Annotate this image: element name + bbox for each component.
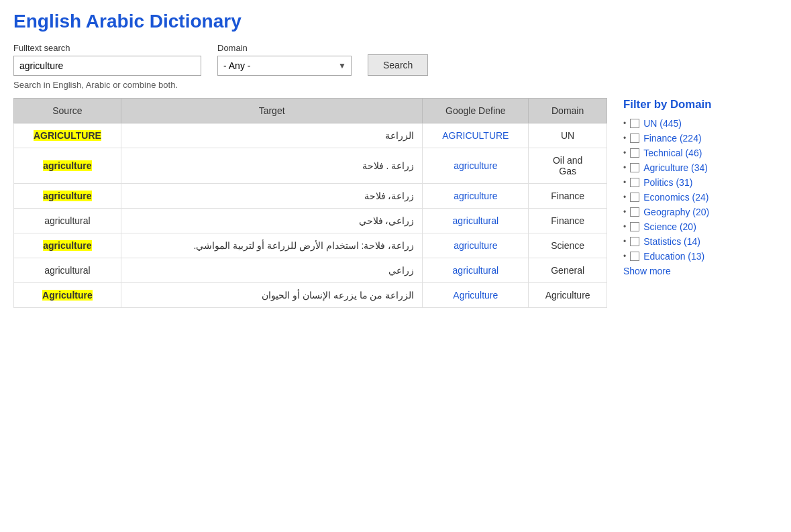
domain-cell: Oil andGas	[529, 148, 607, 184]
filter-checkbox[interactable]	[630, 207, 639, 217]
filter-checkbox[interactable]	[630, 163, 639, 172]
col-google: Google Define	[423, 99, 529, 123]
domain-cell: General	[529, 258, 607, 283]
source-cell: agriculture	[14, 184, 121, 209]
filter-item: Economics (24)	[623, 192, 778, 203]
filter-label[interactable]: Geography (20)	[643, 207, 709, 217]
google-cell[interactable]: agriculture	[423, 233, 529, 258]
domain-cell: Science	[529, 233, 607, 258]
source-cell: AGRICULTURE	[14, 123, 121, 148]
search-area: Fulltext search Domain - Any - UN Financ…	[13, 43, 778, 76]
filter-checkbox[interactable]	[630, 119, 639, 128]
source-highlighted: Agriculture	[42, 290, 93, 301]
google-cell[interactable]: agriculture	[423, 148, 529, 184]
filter-sidebar: Filter by Domain UN (445)Finance (224)Te…	[623, 98, 778, 308]
google-cell[interactable]: Agriculture	[423, 283, 529, 308]
table-row: AGRICULTUREالزراعةAGRICULTUREUN	[14, 123, 607, 148]
table-row: agricultureزراعة، فلاحة: استخدام الأرض ل…	[14, 233, 607, 258]
google-cell[interactable]: agriculture	[423, 184, 529, 209]
google-cell[interactable]: agricultural	[423, 258, 529, 283]
domain-group: Domain - Any - UN Finance Technical Agri…	[217, 43, 352, 76]
source-highlighted: agriculture	[43, 240, 91, 251]
domain-label: Domain	[217, 43, 352, 53]
fulltext-group: Fulltext search	[13, 43, 201, 76]
google-define-link[interactable]: agricultural	[453, 215, 498, 226]
table-row: Agricultureالزراعة من ما يزرعه الإنسان أ…	[14, 283, 607, 308]
filter-label[interactable]: Education (13)	[643, 251, 704, 262]
filter-title: Filter by Domain	[623, 98, 778, 111]
filter-item: Education (13)	[623, 251, 778, 262]
domain-wrapper: - Any - UN Finance Technical Agriculture…	[217, 56, 352, 76]
page-title: English Arabic Dictionary	[13, 11, 778, 32]
filter-checkbox[interactable]	[630, 134, 639, 143]
domain-cell: Agriculture	[529, 283, 607, 308]
target-cell: الزراعة من ما يزرعه الإنسان أو الحيوان	[121, 283, 423, 308]
target-cell: زراعي، فلاحي	[121, 209, 423, 233]
table-body: AGRICULTUREالزراعةAGRICULTUREUNagricultu…	[14, 123, 607, 308]
source-cell: agricultural	[14, 258, 121, 283]
filter-checkbox[interactable]	[630, 148, 639, 158]
filter-label[interactable]: UN (445)	[643, 118, 682, 129]
results-table: Source Target Google Define Domain AGRIC…	[13, 98, 607, 308]
filter-label[interactable]: Economics (24)	[643, 192, 708, 203]
fulltext-label: Fulltext search	[13, 43, 201, 53]
google-define-link[interactable]: Agriculture	[453, 290, 498, 301]
filter-item: Technical (46)	[623, 148, 778, 158]
filter-checkbox[interactable]	[630, 193, 639, 202]
table-header: Source Target Google Define Domain	[14, 99, 607, 123]
target-cell: الزراعة	[121, 123, 423, 148]
main-layout: Source Target Google Define Domain AGRIC…	[13, 98, 778, 308]
search-hint: Search in English, Arabic or combine bot…	[13, 80, 778, 90]
results-table-wrapper: Source Target Google Define Domain AGRIC…	[13, 98, 607, 308]
filter-label[interactable]: Agriculture (34)	[643, 162, 708, 173]
filter-item: Science (20)	[623, 221, 778, 232]
col-source: Source	[14, 99, 121, 123]
filter-item: Politics (31)	[623, 177, 778, 188]
domain-cell: Finance	[529, 209, 607, 233]
filter-label[interactable]: Technical (46)	[643, 148, 702, 158]
source-cell: agriculture	[14, 148, 121, 184]
col-target: Target	[121, 99, 423, 123]
source-cell: Agriculture	[14, 283, 121, 308]
target-cell: زراعة . فلاحة	[121, 148, 423, 184]
table-row: agriculturalزراعيagriculturalGeneral	[14, 258, 607, 283]
domain-select[interactable]: - Any - UN Finance Technical Agriculture…	[217, 56, 352, 76]
filter-checkbox[interactable]	[630, 252, 639, 261]
filter-label[interactable]: Politics (31)	[643, 177, 692, 188]
filter-item: Agriculture (34)	[623, 162, 778, 173]
search-button[interactable]: Search	[368, 54, 428, 76]
source-highlighted: agriculture	[43, 191, 91, 201]
filter-label[interactable]: Science (20)	[643, 221, 696, 232]
google-define-link[interactable]: AGRICULTURE	[442, 130, 509, 141]
filter-item: UN (445)	[623, 118, 778, 129]
filter-label[interactable]: Finance (224)	[643, 133, 701, 144]
filter-list: UN (445)Finance (224)Technical (46)Agric…	[623, 118, 778, 262]
source-highlighted: AGRICULTURE	[34, 130, 101, 141]
filter-checkbox[interactable]	[630, 237, 639, 246]
google-define-link[interactable]: agriculture	[454, 240, 497, 251]
target-cell: زراعي	[121, 258, 423, 283]
target-cell: زراعة، فلاحة: استخدام الأرض للزراعة أو ل…	[121, 233, 423, 258]
table-row: agricultureزراعة . فلاحةagricultureOil a…	[14, 148, 607, 184]
table-row: agriculturalزراعي، فلاحيagriculturalFina…	[14, 209, 607, 233]
filter-item: Finance (224)	[623, 133, 778, 144]
filter-item: Geography (20)	[623, 207, 778, 217]
google-cell[interactable]: agricultural	[423, 209, 529, 233]
domain-cell: Finance	[529, 184, 607, 209]
target-cell: زراعة، فلاحة	[121, 184, 423, 209]
source-cell: agriculture	[14, 233, 121, 258]
filter-checkbox[interactable]	[630, 178, 639, 187]
filter-item: Statistics (14)	[623, 236, 778, 247]
domain-cell: UN	[529, 123, 607, 148]
show-more-link[interactable]: Show more	[623, 266, 778, 276]
table-row: agricultureزراعة، فلاحةagricultureFinanc…	[14, 184, 607, 209]
google-define-link[interactable]: agriculture	[454, 191, 497, 201]
source-cell: agricultural	[14, 209, 121, 233]
google-cell[interactable]: AGRICULTURE	[423, 123, 529, 148]
google-define-link[interactable]: agricultural	[453, 265, 498, 276]
google-define-link[interactable]: agriculture	[454, 160, 497, 171]
source-highlighted: agriculture	[43, 160, 91, 171]
fulltext-input[interactable]	[13, 56, 201, 76]
filter-label[interactable]: Statistics (14)	[643, 236, 700, 247]
filter-checkbox[interactable]	[630, 222, 639, 231]
